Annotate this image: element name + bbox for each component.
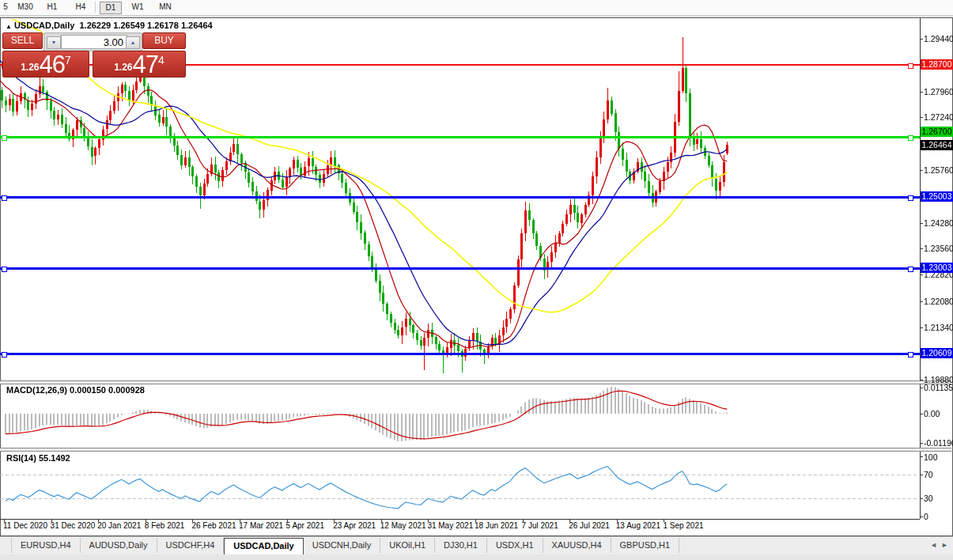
- date-label: 31 May 2021: [427, 521, 473, 530]
- date-label: 17 Mar 2021: [239, 521, 283, 530]
- sell-price-big: 46: [40, 54, 65, 76]
- date-label: 26 Feb 2021: [191, 521, 236, 530]
- volume-spinner-frame: ▼ ▲: [43, 32, 142, 51]
- timeframe-button-w1[interactable]: W1: [127, 2, 149, 13]
- date-label: 18 Jun 2021: [475, 521, 518, 530]
- date-label: 7 Jul 2021: [522, 521, 558, 530]
- level-line-left-marker[interactable]: [2, 267, 7, 272]
- price-tick-label: 1.27960: [924, 87, 953, 96]
- volume-decrease-button[interactable]: ▼: [47, 36, 61, 49]
- rsi-indicator-label: RSI(14) 55.1492: [6, 453, 70, 463]
- price-badge-1.26464: 1.26464: [921, 140, 953, 150]
- price-tick-label: 1.27240: [924, 112, 953, 122]
- tab-usdcad-daily[interactable]: USDCAD,Daily: [224, 538, 303, 554]
- price-tick-label: 1.21340: [924, 323, 953, 332]
- level-line-right-marker[interactable]: [908, 267, 913, 272]
- level-line-right-marker[interactable]: [908, 195, 913, 201]
- tab-xauusd-h4[interactable]: XAUUSD,H4: [543, 538, 611, 553]
- chart-marker-icon: ▲: [6, 23, 12, 30]
- price-tick: [920, 117, 923, 118]
- toolbar-separator: [95, 2, 96, 13]
- sell-price-tile[interactable]: 1.26467: [2, 51, 89, 78]
- price-badge-1.23003: 1.23003: [921, 263, 953, 273]
- chart-tabs: EURUSD,H4AUDUSD,DailyUSDCHF,H4USDCAD,Dai…: [11, 538, 679, 554]
- level-line-left-marker[interactable]: [2, 135, 7, 141]
- level-line-left-marker[interactable]: [2, 352, 7, 358]
- date-label: 5 Apr 2021: [286, 521, 324, 530]
- level-line-right-marker[interactable]: [908, 352, 913, 358]
- level-line-1.26700[interactable]: [0, 136, 920, 138]
- tabs-scroll-right-icon[interactable]: ►: [941, 541, 948, 549]
- price-tick-label: 1.24280: [924, 218, 953, 228]
- timeframe-button-m30[interactable]: M30: [13, 2, 38, 13]
- rsi-tick-label: 70: [924, 470, 933, 479]
- timeframe-button-d1[interactable]: D1: [100, 2, 122, 14]
- macd-tick-label: 0.00: [924, 409, 940, 418]
- price-tick: [920, 92, 923, 93]
- rsi-tick: [920, 475, 923, 475]
- price-tick: [920, 301, 923, 302]
- price-tick: [920, 170, 923, 171]
- caret-up-icon: ▲: [130, 40, 136, 45]
- macd-indicator-label: MACD(12,26,9) 0.000150 0.000928: [6, 385, 145, 395]
- date-label: 31 Dec 2020: [51, 521, 96, 530]
- macd-tick: [920, 443, 923, 444]
- tab-usdx-h1[interactable]: USDX,H1: [487, 538, 543, 553]
- level-line-left-marker[interactable]: [2, 195, 7, 201]
- date-label: 11 Dec 2020: [3, 521, 47, 530]
- volume-increase-button[interactable]: ▲: [126, 36, 140, 49]
- rsi-tick-label: 30: [924, 494, 933, 503]
- price-tick-label: 1.25760: [924, 165, 953, 175]
- level-line-1.23003[interactable]: [0, 267, 920, 270]
- price-tick-label: 1.22080: [924, 297, 953, 306]
- date-label: 23 Apr 2021: [333, 521, 376, 530]
- buy-price-sup: 4: [158, 54, 165, 66]
- symbol-header: ▲USDCAD,Daily 1.26229 1.26549 1.26178 1.…: [6, 21, 213, 30]
- sell-button[interactable]: SELL: [2, 32, 43, 49]
- date-label: 8 Feb 2021: [145, 521, 185, 530]
- date-label: 1 Sep 2021: [663, 521, 703, 530]
- symbol-quotes: 1.26229 1.26549 1.26178 1.26464: [79, 21, 212, 30]
- date-label: 20 Jan 2021: [97, 521, 141, 530]
- macd-name: MACD(12,26,9): [6, 385, 67, 395]
- tab-ukoil-h1[interactable]: UKOil,H1: [380, 538, 435, 553]
- level-line-right-marker[interactable]: [908, 135, 913, 141]
- time-axis-line: [0, 519, 920, 520]
- price-tick: [920, 380, 923, 380]
- volume-input[interactable]: [61, 35, 127, 49]
- buy-price-prefix: 1.26: [114, 62, 132, 73]
- macd-tick-label: -0.01190: [924, 438, 953, 448]
- macd-pane-splitter[interactable]: [0, 380, 951, 384]
- price-badge-1.26700: 1.26700: [921, 127, 953, 137]
- rsi-tick: [920, 516, 923, 517]
- timeframe-button-mn[interactable]: MN: [153, 2, 177, 13]
- tab-usdchf-h4[interactable]: USDCHF,H4: [157, 538, 225, 553]
- macd-values: 0.000150 0.000928: [70, 385, 145, 395]
- price-tick: [920, 274, 923, 275]
- macd-tick: [920, 414, 923, 414]
- tab-dj30-h1[interactable]: DJ30,H1: [435, 538, 487, 553]
- chart-tab-bar: EURUSD,H4AUDUSD,DailyUSDCHF,H4USDCAD,Dai…: [0, 536, 953, 554]
- price-badge-1.20609: 1.20609: [921, 348, 953, 358]
- tab-usdcnh-daily[interactable]: USDCNH,Daily: [304, 538, 381, 553]
- sell-price-prefix: 1.26: [21, 62, 39, 73]
- tab-gbpusd-h1[interactable]: GBPUSD,H1: [611, 538, 680, 553]
- timeframe-button-5[interactable]: 5: [0, 2, 11, 13]
- buy-price-tile[interactable]: 1.26474: [93, 51, 186, 78]
- caret-down-icon: ▼: [51, 40, 57, 45]
- tabs-scroll-left-icon[interactable]: ◄: [930, 541, 937, 549]
- rsi-name: RSI(14): [6, 453, 36, 463]
- buy-button[interactable]: BUY: [142, 32, 186, 49]
- timeframe-button-h4[interactable]: H4: [70, 2, 92, 13]
- level-line-1.20609[interactable]: [0, 353, 920, 355]
- tab-audusd-daily[interactable]: AUDUSD,Daily: [81, 538, 157, 553]
- rsi-pane-splitter[interactable]: [0, 448, 951, 452]
- rsi-tick-label: 100: [924, 452, 938, 462]
- sell-price-sup: 7: [65, 54, 71, 66]
- level-line-right-marker[interactable]: [908, 63, 913, 69]
- timeframe-button-h1[interactable]: H1: [41, 2, 63, 13]
- price-badge-1.28700: 1.28700: [921, 59, 953, 70]
- tab-eurusd-h4[interactable]: EURUSD,H4: [11, 538, 81, 553]
- level-line-1.25003[interactable]: [0, 196, 920, 199]
- date-label: 13 Aug 2021: [616, 521, 660, 530]
